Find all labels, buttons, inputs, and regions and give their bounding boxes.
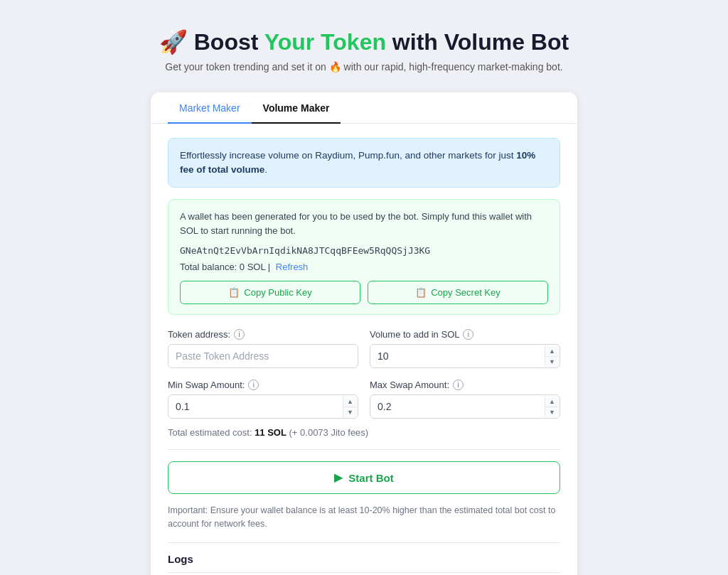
volume-spinners: ▲ ▼ [545, 345, 559, 367]
wallet-refresh-link[interactable]: Refresh [276, 262, 309, 272]
wallet-balance-label: Total balance: 0 SOL | [180, 262, 270, 272]
start-bot-button[interactable]: ▶ Start Bot [168, 461, 560, 494]
copy-public-key-label: Copy Public Key [244, 287, 311, 298]
volume-input-wrapper: ▲ ▼ [370, 344, 560, 368]
min-swap-label: Min Swap Amount: i [168, 380, 358, 390]
min-swap-decrement[interactable]: ▼ [343, 407, 357, 418]
form-grid: Token address: i Volume to add in SOL i … [168, 329, 560, 419]
min-swap-input[interactable] [168, 394, 358, 419]
max-swap-increment[interactable]: ▲ [545, 396, 559, 407]
max-swap-input[interactable] [370, 394, 560, 419]
volume-group: Volume to add in SOL i ▲ ▼ [370, 329, 560, 368]
volume-input[interactable] [370, 344, 560, 368]
wallet-address: GNeAtnQt2EvVbArnIqdikNA8JTCqqBFEew5RqQQS… [180, 245, 548, 256]
min-swap-info-icon[interactable]: i [248, 380, 259, 390]
tab-market-maker[interactable]: Market Maker [168, 92, 252, 124]
max-swap-label: Max Swap Amount: i [370, 380, 560, 390]
max-swap-group: Max Swap Amount: i ▲ ▼ [370, 380, 560, 419]
volume-increment[interactable]: ▲ [545, 345, 559, 357]
main-card: Market Maker Volume Maker Effortlessly i… [151, 92, 577, 575]
cost-label: Total estimated cost: [168, 427, 255, 438]
copy-secret-key-label: Copy Secret Key [431, 287, 500, 298]
start-bot-label: Start Bot [348, 472, 393, 484]
max-swap-info-icon[interactable]: i [453, 380, 464, 390]
copy-public-key-icon: 📋 [228, 287, 240, 298]
page-title: 🚀 Boost Your Token with Volume Bot [159, 28, 569, 55]
tab-bar: Market Maker Volume Maker [151, 92, 577, 124]
cost-sol: 11 SOL [255, 427, 287, 438]
start-bot-icon: ▶ [334, 471, 343, 484]
wallet-box: A wallet has been generated for you to b… [168, 199, 560, 315]
info-banner-end: . [264, 164, 267, 175]
volume-info-icon[interactable]: i [463, 329, 473, 340]
important-note: Important: Ensure your wallet balance is… [168, 504, 560, 531]
logs-divider [168, 572, 560, 573]
header-title-green: Your Token [264, 29, 386, 55]
wallet-description: A wallet has been generated for you to b… [180, 210, 548, 238]
page-header: 🚀 Boost Your Token with Volume Bot Get y… [159, 28, 569, 72]
copy-secret-key-button[interactable]: 📋 Copy Secret Key [368, 281, 548, 304]
token-address-label: Token address: i [168, 329, 358, 340]
volume-label: Volume to add in SOL i [370, 329, 560, 340]
max-swap-input-wrapper: ▲ ▼ [370, 394, 560, 419]
token-address-info-icon[interactable]: i [234, 329, 245, 340]
header-title-plain: Boost [194, 29, 264, 55]
min-swap-spinners: ▲ ▼ [343, 396, 357, 417]
tab-volume-maker[interactable]: Volume Maker [252, 92, 341, 124]
copy-secret-key-icon: 📋 [415, 287, 427, 298]
info-banner: Effortlessly increase volume on Raydium,… [168, 138, 560, 188]
wallet-balance: Total balance: 0 SOL | Refresh [180, 262, 548, 272]
card-body: Effortlessly increase volume on Raydium,… [151, 124, 577, 576]
divider-1 [168, 449, 560, 450]
wallet-buttons: 📋 Copy Public Key 📋 Copy Secret Key [180, 281, 548, 304]
token-address-input[interactable] [168, 344, 358, 368]
logs-section: Logs Logs will appear here after startin… [168, 542, 560, 575]
token-address-group: Token address: i [168, 329, 358, 368]
header-subtitle: Get your token trending and set it on 🔥 … [159, 61, 569, 72]
info-banner-text: Effortlessly increase volume on Raydium,… [180, 150, 516, 161]
max-swap-decrement[interactable]: ▼ [545, 407, 559, 418]
header-title-rest: with Volume Bot [386, 29, 569, 55]
min-swap-increment[interactable]: ▲ [343, 396, 357, 407]
cost-jito: (+ 0.0073 Jito fees) [287, 427, 368, 438]
logs-title: Logs [168, 553, 560, 565]
cost-estimate: Total estimated cost: 11 SOL (+ 0.0073 J… [168, 427, 560, 438]
volume-decrement[interactable]: ▼ [545, 357, 559, 367]
min-swap-input-wrapper: ▲ ▼ [168, 394, 358, 419]
copy-public-key-button[interactable]: 📋 Copy Public Key [180, 281, 360, 304]
min-swap-group: Min Swap Amount: i ▲ ▼ [168, 380, 358, 419]
header-icon: 🚀 [159, 29, 188, 55]
max-swap-spinners: ▲ ▼ [545, 396, 559, 417]
